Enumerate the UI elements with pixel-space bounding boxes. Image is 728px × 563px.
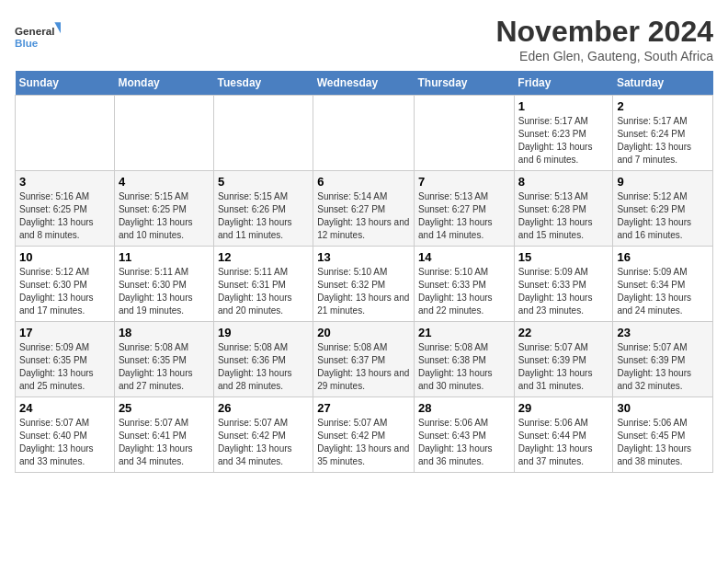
subtitle: Eden Glen, Gauteng, South Africa: [495, 49, 713, 63]
calendar-cell: 10Sunrise: 5:12 AM Sunset: 6:30 PM Dayli…: [16, 247, 115, 322]
day-info: Sunrise: 5:07 AM Sunset: 6:39 PM Dayligh…: [518, 341, 609, 393]
calendar-week-3: 10Sunrise: 5:12 AM Sunset: 6:30 PM Dayli…: [16, 247, 713, 322]
day-info: Sunrise: 5:09 AM Sunset: 6:35 PM Dayligh…: [19, 341, 110, 393]
calendar-cell: 1Sunrise: 5:17 AM Sunset: 6:23 PM Daylig…: [514, 96, 613, 171]
day-number: 4: [119, 175, 210, 189]
calendar-cell: 9Sunrise: 5:12 AM Sunset: 6:29 PM Daylig…: [613, 171, 713, 247]
calendar-cell: 7Sunrise: 5:13 AM Sunset: 6:27 PM Daylig…: [415, 171, 515, 247]
main-title: November 2024: [495, 15, 713, 49]
calendar-cell: [114, 96, 213, 171]
day-info: Sunrise: 5:11 AM Sunset: 6:30 PM Dayligh…: [119, 266, 210, 317]
calendar-cell: 11Sunrise: 5:11 AM Sunset: 6:30 PM Dayli…: [114, 247, 213, 322]
calendar-cell: 14Sunrise: 5:10 AM Sunset: 6:33 PM Dayli…: [415, 247, 515, 322]
day-info: Sunrise: 5:13 AM Sunset: 6:27 PM Dayligh…: [418, 190, 510, 242]
calendar-cell: [313, 96, 415, 171]
day-info: Sunrise: 5:17 AM Sunset: 6:23 PM Dayligh…: [518, 115, 609, 167]
calendar-cell: [16, 96, 115, 171]
day-info: Sunrise: 5:07 AM Sunset: 6:41 PM Dayligh…: [119, 417, 210, 468]
calendar-cell: 17Sunrise: 5:09 AM Sunset: 6:35 PM Dayli…: [16, 322, 115, 397]
day-number: 3: [19, 175, 110, 189]
calendar-cell: 12Sunrise: 5:11 AM Sunset: 6:31 PM Dayli…: [213, 247, 313, 322]
calendar-cell: 25Sunrise: 5:07 AM Sunset: 6:41 PM Dayli…: [114, 397, 213, 473]
day-number: 11: [119, 250, 210, 264]
day-number: 19: [218, 326, 309, 339]
logo-graphic: General Blue: [15, 15, 61, 61]
day-info: Sunrise: 5:06 AM Sunset: 6:43 PM Dayligh…: [418, 417, 510, 468]
calendar-cell: 30Sunrise: 5:06 AM Sunset: 6:45 PM Dayli…: [613, 397, 713, 473]
calendar-cell: 28Sunrise: 5:06 AM Sunset: 6:43 PM Dayli…: [415, 397, 515, 473]
day-number: 24: [19, 401, 110, 415]
day-header-thursday: Thursday: [415, 71, 515, 96]
day-number: 17: [19, 326, 110, 339]
day-number: 7: [418, 175, 510, 189]
calendar-cell: [213, 96, 313, 171]
calendar-cell: 13Sunrise: 5:10 AM Sunset: 6:32 PM Dayli…: [313, 247, 415, 322]
svg-marker-2: [54, 22, 61, 36]
day-info: Sunrise: 5:07 AM Sunset: 6:42 PM Dayligh…: [218, 417, 309, 468]
calendar-week-5: 24Sunrise: 5:07 AM Sunset: 6:40 PM Dayli…: [16, 397, 713, 473]
day-info: Sunrise: 5:06 AM Sunset: 6:45 PM Dayligh…: [617, 417, 709, 468]
calendar-cell: 2Sunrise: 5:17 AM Sunset: 6:24 PM Daylig…: [613, 96, 713, 171]
day-header-tuesday: Tuesday: [213, 71, 313, 96]
day-number: 2: [617, 99, 709, 113]
calendar-cell: 15Sunrise: 5:09 AM Sunset: 6:33 PM Dayli…: [514, 247, 613, 322]
calendar-cell: 16Sunrise: 5:09 AM Sunset: 6:34 PM Dayli…: [613, 247, 713, 322]
day-header-saturday: Saturday: [613, 71, 713, 96]
day-info: Sunrise: 5:10 AM Sunset: 6:32 PM Dayligh…: [317, 266, 410, 317]
day-number: 10: [19, 250, 110, 264]
day-number: 23: [617, 326, 709, 339]
day-info: Sunrise: 5:08 AM Sunset: 6:36 PM Dayligh…: [218, 341, 309, 393]
day-number: 13: [317, 250, 410, 264]
calendar-cell: 6Sunrise: 5:14 AM Sunset: 6:27 PM Daylig…: [313, 171, 415, 247]
calendar-cell: 4Sunrise: 5:15 AM Sunset: 6:25 PM Daylig…: [114, 171, 213, 247]
logo: General Blue: [15, 15, 61, 61]
day-info: Sunrise: 5:12 AM Sunset: 6:29 PM Dayligh…: [617, 190, 709, 242]
title-section: November 2024 Eden Glen, Gauteng, South …: [495, 15, 713, 63]
calendar-week-4: 17Sunrise: 5:09 AM Sunset: 6:35 PM Dayli…: [16, 322, 713, 397]
calendar-cell: 24Sunrise: 5:07 AM Sunset: 6:40 PM Dayli…: [16, 397, 115, 473]
day-number: 28: [418, 401, 510, 415]
day-info: Sunrise: 5:11 AM Sunset: 6:31 PM Dayligh…: [218, 266, 309, 317]
day-number: 21: [418, 326, 510, 339]
calendar-cell: 27Sunrise: 5:07 AM Sunset: 6:42 PM Dayli…: [313, 397, 415, 473]
calendar-week-2: 3Sunrise: 5:16 AM Sunset: 6:25 PM Daylig…: [16, 171, 713, 247]
day-number: 16: [617, 250, 709, 264]
calendar-header: SundayMondayTuesdayWednesdayThursdayFrid…: [16, 71, 713, 96]
calendar-cell: 26Sunrise: 5:07 AM Sunset: 6:42 PM Dayli…: [213, 397, 313, 473]
day-header-sunday: Sunday: [16, 71, 115, 96]
day-number: 15: [518, 250, 609, 264]
day-info: Sunrise: 5:07 AM Sunset: 6:39 PM Dayligh…: [617, 341, 709, 393]
day-number: 9: [617, 175, 709, 189]
day-number: 14: [418, 250, 510, 264]
calendar-cell: 3Sunrise: 5:16 AM Sunset: 6:25 PM Daylig…: [16, 171, 115, 247]
day-info: Sunrise: 5:14 AM Sunset: 6:27 PM Dayligh…: [317, 190, 410, 242]
day-number: 12: [218, 250, 309, 264]
day-number: 5: [218, 175, 309, 189]
day-number: 22: [518, 326, 609, 339]
day-number: 26: [218, 401, 309, 415]
day-number: 1: [518, 99, 609, 113]
calendar-cell: 8Sunrise: 5:13 AM Sunset: 6:28 PM Daylig…: [514, 171, 613, 247]
day-info: Sunrise: 5:08 AM Sunset: 6:35 PM Dayligh…: [119, 341, 210, 393]
day-number: 8: [518, 175, 609, 189]
day-number: 29: [518, 401, 609, 415]
calendar-cell: 19Sunrise: 5:08 AM Sunset: 6:36 PM Dayli…: [213, 322, 313, 397]
day-header-wednesday: Wednesday: [313, 71, 415, 96]
calendar-cell: 18Sunrise: 5:08 AM Sunset: 6:35 PM Dayli…: [114, 322, 213, 397]
day-number: 18: [119, 326, 210, 339]
day-info: Sunrise: 5:09 AM Sunset: 6:34 PM Dayligh…: [617, 266, 709, 317]
calendar-cell: 21Sunrise: 5:08 AM Sunset: 6:38 PM Dayli…: [415, 322, 515, 397]
day-number: 25: [119, 401, 210, 415]
day-info: Sunrise: 5:06 AM Sunset: 6:44 PM Dayligh…: [518, 417, 609, 468]
day-info: Sunrise: 5:16 AM Sunset: 6:25 PM Dayligh…: [19, 190, 110, 242]
day-header-friday: Friday: [514, 71, 613, 96]
calendar-cell: [415, 96, 515, 171]
day-info: Sunrise: 5:10 AM Sunset: 6:33 PM Dayligh…: [418, 266, 510, 317]
svg-text:General: General: [15, 25, 54, 37]
svg-text:Blue: Blue: [15, 37, 39, 49]
day-info: Sunrise: 5:17 AM Sunset: 6:24 PM Dayligh…: [617, 115, 709, 167]
calendar-cell: 20Sunrise: 5:08 AM Sunset: 6:37 PM Dayli…: [313, 322, 415, 397]
day-info: Sunrise: 5:08 AM Sunset: 6:37 PM Dayligh…: [317, 341, 410, 393]
day-info: Sunrise: 5:07 AM Sunset: 6:40 PM Dayligh…: [19, 417, 110, 468]
day-info: Sunrise: 5:08 AM Sunset: 6:38 PM Dayligh…: [418, 341, 510, 393]
